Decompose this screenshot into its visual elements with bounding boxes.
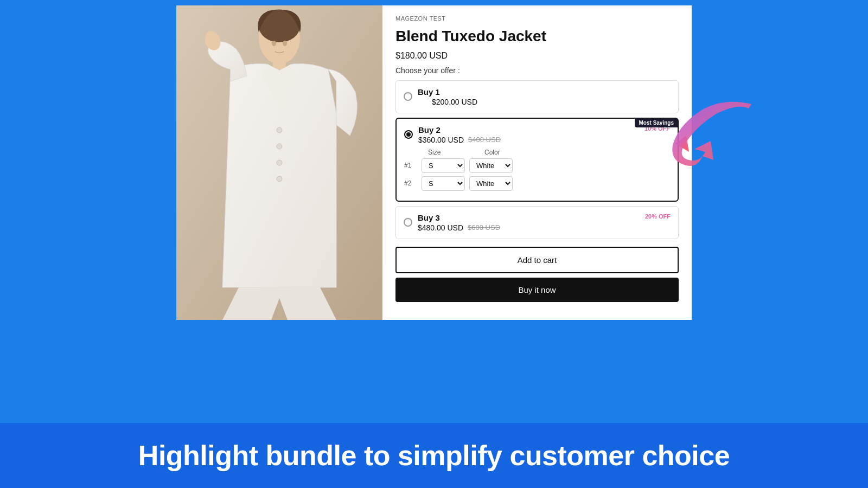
product-image-side bbox=[176, 5, 382, 320]
buy3-pricing: $480.00 USD $600 USD bbox=[418, 223, 500, 232]
radio-buy3[interactable] bbox=[404, 218, 412, 227]
color-header: Color bbox=[484, 149, 500, 156]
row2-size-select[interactable]: S XS M L XL bbox=[422, 176, 465, 191]
row1-color-select[interactable]: White Black Gray Navy bbox=[469, 158, 513, 173]
buy2-pricing: $360.00 USD $400 USD bbox=[418, 136, 501, 144]
offer-options: Buy 1 $200.00 USD Most Savings bbox=[395, 80, 679, 239]
buy2-selectors: Size Color #1 S XS M L XL bbox=[404, 149, 670, 191]
buy3-header-row: Buy 3 $480.00 USD $600 USD 20% OFF bbox=[404, 213, 671, 232]
choose-offer-label: Choose your offer : bbox=[395, 66, 679, 75]
svg-point-6 bbox=[277, 160, 282, 165]
svg-point-9 bbox=[272, 41, 276, 46]
radio-buy2[interactable] bbox=[404, 130, 413, 139]
offer-option-buy2[interactable]: Most Savings Buy 2 $360.00 USD $400 USD bbox=[395, 118, 679, 202]
offer-buy1-title: Buy 1 $200.00 USD bbox=[418, 87, 477, 106]
product-title: Blend Tuxedo Jacket bbox=[395, 27, 679, 46]
offer-buy3-left: Buy 3 $480.00 USD $600 USD bbox=[404, 213, 500, 232]
buy1-current-price: $200.00 USD bbox=[432, 98, 477, 106]
arrow-decoration bbox=[662, 98, 760, 168]
buy1-pricing: $200.00 USD bbox=[432, 98, 477, 106]
buy2-original-price: $400 USD bbox=[468, 136, 501, 144]
top-section: MAGEZON TEST Blend Tuxedo Jacket $180.00… bbox=[0, 0, 868, 423]
brand-label: MAGEZON TEST bbox=[395, 15, 679, 22]
size-header: Size bbox=[428, 149, 476, 156]
product-price: $180.00 USD bbox=[395, 51, 679, 61]
buy1-label: Buy 1 bbox=[418, 87, 477, 97]
bottom-banner: Highlight bundle to simplify customer ch… bbox=[0, 423, 868, 488]
svg-point-4 bbox=[277, 127, 282, 133]
offer-option-buy3[interactable]: Buy 3 $480.00 USD $600 USD 20% OFF bbox=[395, 206, 679, 239]
row1-number: #1 bbox=[404, 162, 417, 169]
buy2-header-row: Buy 2 $360.00 USD $400 USD 10% OFF bbox=[404, 125, 670, 144]
buy-now-button[interactable]: Buy it now bbox=[395, 278, 679, 302]
buy3-label: Buy 3 bbox=[418, 213, 500, 222]
selector-row-2: #2 S XS M L XL White Black bbox=[404, 176, 670, 191]
svg-point-10 bbox=[283, 41, 287, 46]
buy3-original-price: $600 USD bbox=[468, 223, 500, 232]
banner-text: Highlight bundle to simplify customer ch… bbox=[138, 439, 730, 472]
product-card: MAGEZON TEST Blend Tuxedo Jacket $180.00… bbox=[176, 5, 692, 320]
selector-headers: Size Color bbox=[404, 149, 670, 156]
row2-number: #2 bbox=[404, 179, 417, 187]
add-to-cart-button[interactable]: Add to cart bbox=[395, 247, 679, 273]
row2-color-select[interactable]: White Black Gray Navy bbox=[469, 176, 513, 191]
offer-buy1-left: Buy 1 $200.00 USD bbox=[404, 87, 477, 106]
offer-option-buy1[interactable]: Buy 1 $200.00 USD bbox=[395, 80, 679, 113]
offer-buy2-left: Buy 2 $360.00 USD $400 USD bbox=[404, 125, 501, 144]
buy2-label: Buy 2 bbox=[418, 125, 501, 134]
offer-buy3-info: Buy 3 $480.00 USD $600 USD bbox=[418, 213, 500, 232]
product-details-side: MAGEZON TEST Blend Tuxedo Jacket $180.00… bbox=[382, 5, 692, 320]
model-image bbox=[176, 5, 382, 320]
buy3-discount-badge: 20% OFF bbox=[645, 213, 671, 220]
action-buttons: Add to cart Buy it now bbox=[395, 247, 679, 302]
row1-size-select[interactable]: S XS M L XL bbox=[422, 158, 465, 173]
svg-point-7 bbox=[277, 176, 282, 182]
buy3-current-price: $480.00 USD bbox=[418, 223, 463, 232]
buy2-current-price: $360.00 USD bbox=[418, 136, 464, 144]
offer-buy2-info: Buy 2 $360.00 USD $400 USD bbox=[418, 125, 501, 144]
svg-point-5 bbox=[277, 144, 282, 149]
selector-row-1: #1 S XS M L XL White Black bbox=[404, 158, 670, 173]
radio-buy1[interactable] bbox=[404, 92, 412, 101]
